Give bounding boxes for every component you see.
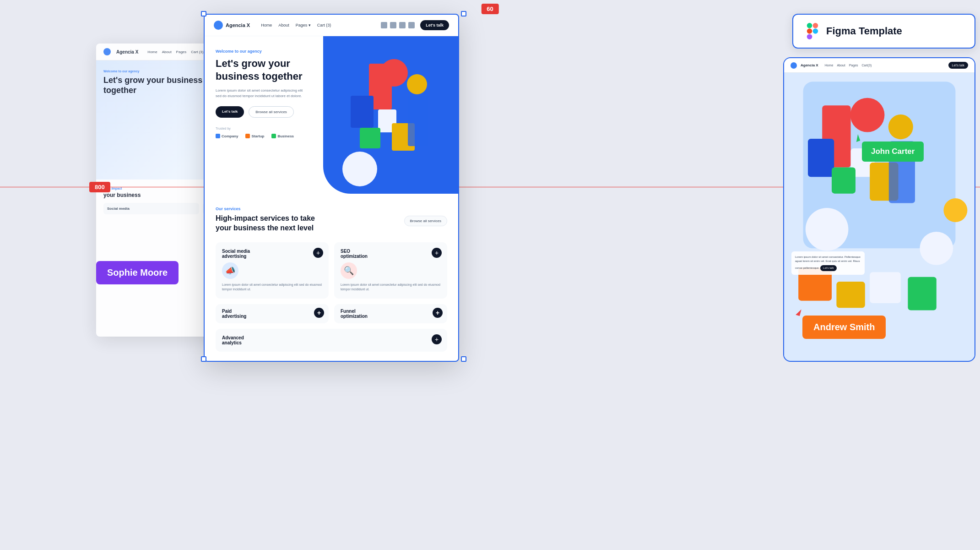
main-logo-circle [214,21,223,30]
bg-site-name: Agencia X [116,49,138,54]
svg-rect-8 [408,96,428,146]
svg-rect-28 [908,277,936,310]
svg-point-21 [806,208,849,251]
svg-rect-10 [813,23,818,28]
svg-rect-26 [836,282,865,308]
svg-point-29 [920,232,953,265]
svg-rect-20 [832,168,855,194]
art-mini-cta: Let's talk [820,265,837,271]
figma-logo-icon [804,23,821,39]
services-grid: Social mediaadvertising 📣 Lorem ipsum do… [216,242,447,299]
svg-rect-9 [807,23,812,28]
dimension-badge-top: 60 [481,4,498,14]
funnel-title: Funneloptimization [341,309,368,319]
svc-desc-social: Lorem ipsum dolor sit amet consectetur a… [222,283,322,292]
right-panel: Figma Template Agencia X Home About Page… [783,14,975,362]
svg-rect-27 [870,272,901,303]
af-nav-links: Home About Pages Cart(3) [825,64,872,67]
main-logo-wrap: Agencia X [214,21,250,30]
cursor-red [796,309,801,316]
hero-welcome-tag: Welcome to our agency [216,49,312,54]
service-card-seo: SEOoptimization 🔍 Lorem ipsum dolor sit … [334,242,447,299]
business-logo-icon [271,134,276,138]
svg-rect-4 [360,128,380,148]
ig-icon [399,22,406,28]
main-nav: Agencia X Home About Pages ▾ Cart (3) Le… [205,15,458,36]
trusted-company: Company [216,134,238,138]
fb-icon [381,22,387,28]
startup-logo-icon [245,134,250,138]
nav-cta-button[interactable]: Let's talk [420,20,449,30]
hero-cta-primary[interactable]: Let's talk [216,106,244,118]
funnel-expand-button[interactable]: + [433,308,443,318]
seo-icon: 🔍 [341,262,357,279]
art-mini-text-block: Lorem ipsum dolor sit amet consectetur. … [791,251,865,275]
hero-heading: Let's grow yourbusiness together [216,57,312,82]
li-icon [408,22,415,28]
service-paid-advertising: Paidadvertising + [216,304,329,323]
andrew-smith-badge: Andrew Smith [802,316,886,339]
svg-point-30 [943,198,967,222]
advanced-title: Advancedanalytics [222,335,244,345]
service-funnel-optimization: Funneloptimization + [334,304,447,323]
social-expand-button[interactable]: + [313,248,323,258]
art-frame-3d [784,73,975,357]
handle-top-right[interactable] [461,11,466,16]
john-carter-badge: John Carter [862,142,924,162]
svg-point-5 [342,152,377,186]
services-heading: High-impact services to takeyour busines… [216,214,315,233]
seo-expand-button[interactable]: + [432,248,442,258]
trusted-by-section: Trusted by Company Startup Business [216,127,312,138]
art-frame: Agencia X Home About Pages Cart(3) Let's… [783,57,975,362]
svc-desc-seo: Lorem ipsum dolor sit amet consectetur a… [341,283,441,292]
trusted-business: Business [271,134,294,138]
megaphone-icon: 📣 [222,262,238,279]
svg-rect-11 [807,28,812,34]
bg-logo-dot [103,48,111,55]
handle-bottom-left[interactable] [201,356,206,362]
hero-body: Lorem ipsum dolor sit amet consectetur a… [216,88,307,99]
svg-point-23 [888,114,913,139]
hero-buttons: Let's talk Browse all services [216,106,312,118]
main-hero-right [323,36,458,194]
handle-top-left[interactable] [201,11,206,16]
main-nav-items: Home About Pages ▾ Cart (3) [261,23,331,27]
svc-title-seo: SEOoptimization [341,249,441,259]
handle-bottom-right[interactable] [461,356,466,362]
figma-title-text: Figma Template [826,25,902,37]
social-icons [381,22,415,28]
browse-services-button[interactable]: Browse all services [404,216,447,226]
figma-svg [804,23,821,39]
main-hero: Welcome to our agency Let's grow yourbus… [205,36,458,194]
hero-cta-secondary[interactable]: Browse all services [249,106,293,118]
af-brand: Agencia X [801,63,818,67]
svg-point-6 [380,59,408,87]
cursor-green [855,135,859,142]
dimension-badge-left: 800 [89,182,110,192]
paid-adv-title: Paidadvertising [222,309,246,319]
svg-point-22 [850,98,885,132]
af-logo-dot [790,62,797,69]
main-logo-text: Agencia X [226,22,250,28]
bg-hero-heading: Let's grow your business together [103,76,204,95]
svg-rect-17 [808,139,834,177]
sophie-moore-badge: Sophie Moore [96,261,179,284]
main-nav-right: Let's talk [381,20,449,30]
tw-icon [390,22,396,28]
main-frame: Agencia X Home About Pages ▾ Cart (3) Le… [204,14,459,362]
main-hero-left: Welcome to our agency Let's grow yourbus… [205,36,323,194]
services-tag: Our services [216,207,447,211]
paid-expand-button[interactable]: + [314,308,324,318]
svg-rect-1 [351,96,374,128]
art-frame-nav: Agencia X Home About Pages Cart(3) Let's… [784,58,975,73]
trusted-logos: Company Startup Business [216,134,312,138]
services-header: High-impact services to takeyour busines… [216,214,447,233]
svg-rect-13 [807,34,812,39]
svg-rect-12 [813,28,818,34]
advanced-expand-button[interactable]: + [432,334,442,344]
trusted-startup: Startup [245,134,264,138]
svg-point-7 [407,74,427,94]
company-logo-icon [216,134,220,138]
bg-card-social: Social media [103,203,199,214]
svc-title-social: Social mediaadvertising [222,249,322,259]
